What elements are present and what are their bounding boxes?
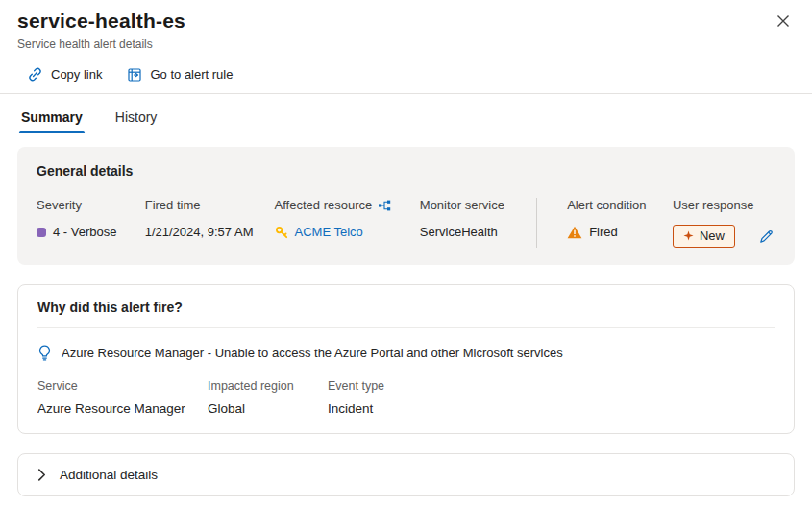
go-to-alert-rule-button[interactable]: Go to alert rule: [127, 67, 233, 83]
impacted-region-label: Impacted region: [208, 379, 328, 393]
field-monitor-service: Monitor service ServiceHealth: [420, 198, 536, 248]
field-impacted-region: Impacted region Global: [208, 379, 328, 416]
severity-label: Severity: [37, 198, 82, 212]
user-response-value: New: [700, 229, 725, 243]
field-severity: Severity 4 - Verbose: [37, 198, 145, 248]
why-fired-title: Why did this alert fire?: [37, 300, 775, 315]
resource-graph-icon[interactable]: [378, 199, 391, 212]
link-icon: [27, 66, 43, 83]
toolbar: Copy link Go to alert rule: [0, 51, 812, 94]
edit-user-response-button[interactable]: [757, 228, 775, 246]
alert-rule-icon: [127, 67, 142, 83]
user-response-label: User response: [673, 198, 754, 212]
alert-details-panel: service-health-es Service health alert d…: [0, 0, 812, 496]
additional-details-expander[interactable]: Additional details: [17, 453, 795, 496]
close-button[interactable]: [770, 8, 797, 35]
affected-resource-label: Affected resource: [275, 198, 373, 212]
vertical-divider: [536, 198, 537, 248]
fired-time-value: 1/21/2024, 9:57 AM: [145, 225, 254, 239]
copy-link-label: Copy link: [51, 67, 102, 82]
tab-content: General details Severity 4 - Verbose Fir…: [0, 133, 812, 496]
impacted-region-value: Global: [208, 401, 328, 416]
close-icon: [776, 14, 790, 28]
tab-bar: Summary History: [0, 94, 812, 133]
monitor-service-value: ServiceHealth: [420, 225, 498, 239]
field-fired-time: Fired time 1/21/2024, 9:57 AM: [145, 198, 275, 248]
field-alert-condition: Alert condition Fired: [567, 198, 673, 248]
service-value: Azure Resource Manager: [37, 401, 208, 416]
event-type-label: Event type: [328, 379, 775, 393]
edit-pencil-icon: [759, 229, 774, 244]
affected-resource-link[interactable]: ACME Telco: [295, 225, 363, 239]
additional-details-label: Additional details: [60, 468, 158, 482]
why-fired-card: Why did this alert fire? Azure Resource …: [17, 284, 795, 434]
field-event-type: Event type Incident: [328, 379, 775, 416]
key-icon: [275, 226, 288, 239]
page-title: service-health-es: [17, 10, 793, 33]
general-details-card: General details Severity 4 - Verbose Fir…: [17, 147, 795, 265]
fired-time-label: Fired time: [145, 198, 201, 212]
alert-condition-value: Fired: [589, 225, 618, 239]
tab-summary[interactable]: Summary: [19, 106, 85, 133]
severity-color-swatch: [37, 228, 46, 237]
field-user-response: User response New: [673, 198, 775, 248]
panel-header: service-health-es Service health alert d…: [0, 0, 812, 51]
monitor-service-label: Monitor service: [420, 198, 504, 212]
chevron-right-icon: [37, 469, 46, 481]
field-affected-resource: Affected resource: [275, 198, 420, 248]
lightbulb-icon: [37, 345, 52, 361]
alert-condition-label: Alert condition: [567, 198, 646, 212]
service-label: Service: [37, 379, 208, 393]
page-subtitle: Service health alert details: [17, 37, 793, 51]
severity-value: 4 - Verbose: [53, 225, 117, 239]
why-fired-fields: Service Azure Resource Manager Impacted …: [37, 379, 775, 416]
fire-reason-text: Azure Resource Manager - Unable to acces…: [62, 346, 563, 360]
go-to-alert-rule-label: Go to alert rule: [150, 67, 233, 82]
event-type-value: Incident: [328, 401, 775, 416]
copy-link-button[interactable]: Copy link: [27, 66, 102, 83]
user-response-chip[interactable]: New: [673, 225, 735, 248]
general-details-fields: Severity 4 - Verbose Fired time 1/21/202…: [37, 198, 775, 248]
card-divider: [37, 327, 775, 328]
tab-history[interactable]: History: [113, 106, 160, 133]
fire-reason-row: Azure Resource Manager - Unable to acces…: [37, 345, 775, 361]
general-details-title: General details: [37, 163, 775, 179]
new-state-icon: [683, 230, 694, 241]
warning-triangle-icon: [567, 226, 582, 239]
field-service: Service Azure Resource Manager: [37, 379, 208, 416]
